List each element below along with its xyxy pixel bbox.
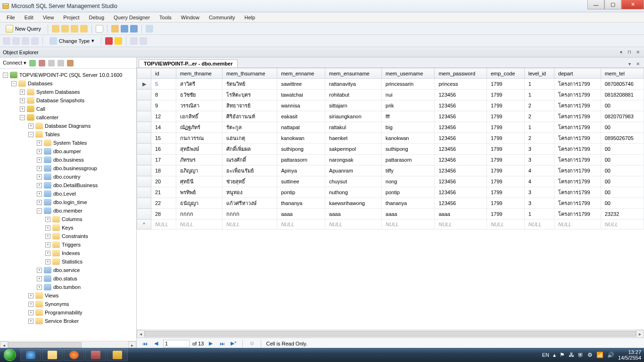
cell[interactable]: kanokwan <box>381 133 435 144</box>
mdx-query-icon[interactable] <box>71 25 78 33</box>
cell[interactable]: thananya <box>277 198 325 209</box>
menu-tools[interactable]: Tools <box>156 14 175 21</box>
cell[interactable]: sakpermpol <box>325 144 382 155</box>
cell[interactable]: 1799 <box>487 176 524 187</box>
cell[interactable]: โครงการ1799 <box>554 144 601 155</box>
cell[interactable]: โครงการ1799 <box>554 209 601 220</box>
cell[interactable]: 18 <box>151 165 176 176</box>
taskbar-ie[interactable] <box>20 349 41 361</box>
tray-signal-icon[interactable]: 📶 <box>596 352 603 358</box>
cell[interactable]: sittajarn <box>325 100 382 111</box>
cell[interactable]: aaaa <box>277 209 325 220</box>
cell[interactable]: 123456 <box>435 165 487 176</box>
cell[interactable]: 00 <box>601 122 644 133</box>
expand-icon[interactable]: + <box>28 310 33 315</box>
cell[interactable]: 23232 <box>601 209 644 220</box>
cell-null[interactable]: NULL <box>381 220 435 230</box>
cell[interactable]: 2 <box>524 100 554 111</box>
cell[interactable]: fff <box>381 111 435 122</box>
new-query-button[interactable]: New Query <box>3 24 44 33</box>
expand-icon[interactable]: + <box>37 268 42 273</box>
nav-new-icon[interactable]: ▶* <box>229 340 238 346</box>
expand-icon[interactable]: + <box>20 98 25 103</box>
table-row[interactable]: 15กนกวรรณแฮนเกตุkanokwanhaenketkanokwan1… <box>137 133 644 144</box>
cell[interactable]: 00 <box>601 187 644 198</box>
save-icon[interactable] <box>121 25 128 33</box>
expand-icon[interactable]: − <box>28 132 33 137</box>
tree-node[interactable]: +Database Diagrams <box>2 122 134 130</box>
expand-icon[interactable]: + <box>37 183 42 188</box>
add-group-by-icon[interactable] <box>130 37 138 45</box>
cell[interactable]: 20 <box>151 176 176 187</box>
nav-last-icon[interactable]: ⏭ <box>218 341 226 346</box>
menu-view[interactable]: View <box>39 14 58 21</box>
cell-null[interactable]: NULL <box>435 220 487 230</box>
cell[interactable]: 123456 <box>435 133 487 144</box>
row-header[interactable] <box>137 122 151 133</box>
tree-node[interactable]: +dbo.Level <box>2 189 134 198</box>
cell[interactable]: 123456 <box>435 111 487 122</box>
add-table-icon[interactable] <box>140 37 147 45</box>
cell[interactable]: โรหิตะบุตร <box>223 90 277 100</box>
expand-icon[interactable]: + <box>37 200 42 205</box>
menu-help[interactable]: Help <box>241 14 259 21</box>
cell[interactable]: pontip <box>381 187 435 198</box>
column-header[interactable]: id <box>151 68 176 79</box>
menu-community[interactable]: Community <box>205 14 239 21</box>
expand-icon[interactable]: + <box>45 242 50 247</box>
tray-shield-icon[interactable]: ⛨ <box>578 352 584 358</box>
cell[interactable]: 1799 <box>487 79 524 90</box>
cell[interactable]: 17 <box>151 155 176 165</box>
criteria-pane-icon[interactable] <box>12 37 20 45</box>
diagram-pane-icon[interactable] <box>3 37 10 45</box>
cell[interactable]: 1799 <box>487 144 524 155</box>
execute-icon[interactable] <box>105 37 113 45</box>
column-header[interactable]: mem_thname <box>176 68 222 79</box>
cell[interactable]: 1 <box>524 122 554 133</box>
row-header[interactable] <box>137 90 151 100</box>
cell[interactable]: โครงการ1799 <box>554 187 601 198</box>
cell[interactable]: narongsak <box>325 155 382 165</box>
data-grid[interactable]: idmem_thnamemem_thsurnamemem_ennamemem_e… <box>137 68 644 329</box>
cell-null[interactable]: NULL <box>554 220 601 230</box>
table-row[interactable]: 22ธนัญญาแก้วศรีหาวงษ์thananyakaewsrihawo… <box>137 198 644 209</box>
start-button[interactable] <box>0 348 20 362</box>
cell[interactable]: 1799 <box>487 198 524 209</box>
cell[interactable]: 15 <box>151 133 176 144</box>
table-row[interactable]: 9วรรณิสาสิทธาจารย์wannisasittajarnprik12… <box>137 100 644 111</box>
cell[interactable]: prik <box>381 100 435 111</box>
tree-node[interactable]: +Database Snapshots <box>2 96 134 105</box>
cell[interactable]: wannisa <box>277 100 325 111</box>
cell[interactable]: 3 <box>524 198 554 209</box>
object-explorer-tree[interactable]: − TOPVIEWPOINT-PC (SQL Server 10.0.1600 … <box>0 69 136 341</box>
cell[interactable]: ธวัชชัย <box>176 90 222 100</box>
maximize-button[interactable]: ▢ <box>604 0 621 9</box>
cell[interactable]: ณัฏฐภัทร์ <box>176 122 222 133</box>
cell[interactable]: 0818208881 <box>601 90 644 100</box>
cell[interactable]: โครงการ1799 <box>554 122 601 133</box>
nav-first-icon[interactable]: ⏮ <box>140 341 149 346</box>
cell[interactable]: โครงการ1799 <box>554 100 601 111</box>
cell[interactable]: 14 <box>151 122 176 133</box>
cell[interactable]: kaewsrihawong <box>325 198 382 209</box>
column-header[interactable]: mem_enname <box>277 68 325 79</box>
column-header[interactable]: mem_ensurname <box>325 68 382 79</box>
row-header[interactable] <box>137 198 151 209</box>
cell[interactable]: พรทิพย์ <box>176 187 222 198</box>
refresh-icon[interactable] <box>67 60 74 66</box>
tree-node[interactable]: +Programmability <box>2 308 134 317</box>
expand-icon[interactable]: + <box>37 285 42 290</box>
tree-node[interactable]: +System Tables <box>2 139 134 147</box>
tree-node[interactable]: +Indexes <box>2 249 134 257</box>
table-row[interactable]: 17ภัทรษรณรงศักดิ์pattarasornnarongsakpat… <box>137 155 644 165</box>
row-header[interactable] <box>137 133 151 144</box>
table-row[interactable]: 20ศุทธินีช่วยสุทธิ์suttineechuysutnong12… <box>137 176 644 187</box>
cell[interactable]: 00 <box>601 198 644 209</box>
cell[interactable]: 21 <box>151 187 176 198</box>
cell[interactable]: 3 <box>524 144 554 155</box>
stop-icon[interactable] <box>48 60 55 66</box>
cell[interactable]: 2 <box>524 111 554 122</box>
taskbar-ssms[interactable] <box>107 349 128 361</box>
cell[interactable]: อะเพื่อนรัมย์ <box>223 165 277 176</box>
cell[interactable]: ณรงศักดิ์ <box>223 155 277 165</box>
